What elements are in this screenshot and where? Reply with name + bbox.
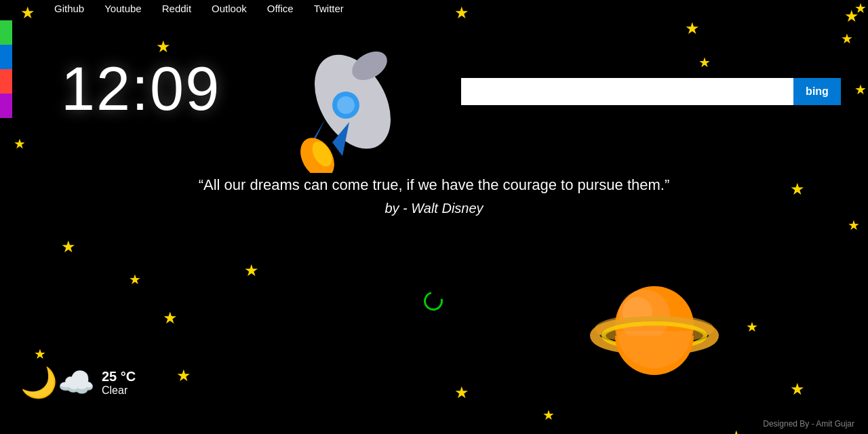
weather-description: Clear: [102, 384, 136, 397]
weather-info: 25 °C Clear: [102, 369, 136, 397]
star-decoration: ★: [34, 346, 46, 362]
quote-author: by - Walt Disney: [0, 201, 868, 216]
star-decoration: ★: [790, 380, 805, 399]
weather-widget: 🌙☁️ 25 °C Clear: [20, 365, 136, 400]
sidebar-strip-purple: [0, 94, 12, 118]
star-decoration: ★: [854, 81, 867, 98]
sidebar: [0, 20, 12, 118]
star-decoration: ★: [244, 261, 259, 280]
nav-reddit[interactable]: Reddit: [162, 3, 191, 14]
saturn-illustration: [590, 271, 719, 380]
star-decoration: ★: [20, 3, 35, 22]
svg-point-3: [337, 96, 355, 114]
rocket-illustration: [264, 37, 414, 173]
star-decoration: ★: [746, 319, 758, 335]
designer-credit: Designed By - Amit Gujar: [763, 419, 854, 429]
nav-github[interactable]: Github: [54, 3, 84, 14]
star-decoration: ★: [542, 407, 555, 423]
star-decoration: ★: [698, 54, 711, 71]
navigation: Github Youtube Reddit Outlook Office Twi…: [54, 0, 344, 17]
sidebar-strip-blue: [0, 45, 12, 69]
sidebar-strip-green: [0, 20, 12, 45]
nav-youtube[interactable]: Youtube: [104, 3, 142, 14]
clock-display: 12:09: [61, 54, 220, 124]
star-decoration: ★: [844, 7, 859, 26]
sidebar-strip-red: [0, 69, 12, 94]
nav-office[interactable]: Office: [267, 3, 294, 14]
nav-twitter[interactable]: Twitter: [314, 3, 344, 14]
star-decoration: ★: [176, 366, 191, 385]
nav-outlook[interactable]: Outlook: [212, 3, 247, 14]
search-input[interactable]: [461, 78, 793, 105]
star-decoration: ★: [454, 3, 469, 22]
quote-section: “All our dreams can come true, if we hav…: [0, 176, 868, 216]
star-decoration: ★: [854, 0, 867, 16]
star-decoration: ★: [61, 237, 76, 256]
star-decoration: ★: [729, 427, 744, 434]
star-decoration: ★: [156, 37, 171, 56]
star-decoration: ★: [454, 383, 469, 402]
star-decoration: ★: [685, 19, 700, 38]
star-decoration: ★: [129, 271, 141, 288]
weather-icon: 🌙☁️: [20, 365, 95, 400]
refresh-icon[interactable]: [420, 288, 446, 314]
search-container: bing: [461, 78, 841, 105]
quote-text: “All our dreams can come true, if we hav…: [0, 176, 868, 194]
star-decoration: ★: [848, 217, 860, 233]
star-decoration: ★: [14, 136, 26, 152]
search-button[interactable]: bing: [793, 78, 841, 105]
weather-temperature: 25 °C: [102, 369, 136, 384]
star-decoration: ★: [163, 309, 178, 328]
star-decoration: ★: [841, 31, 853, 47]
